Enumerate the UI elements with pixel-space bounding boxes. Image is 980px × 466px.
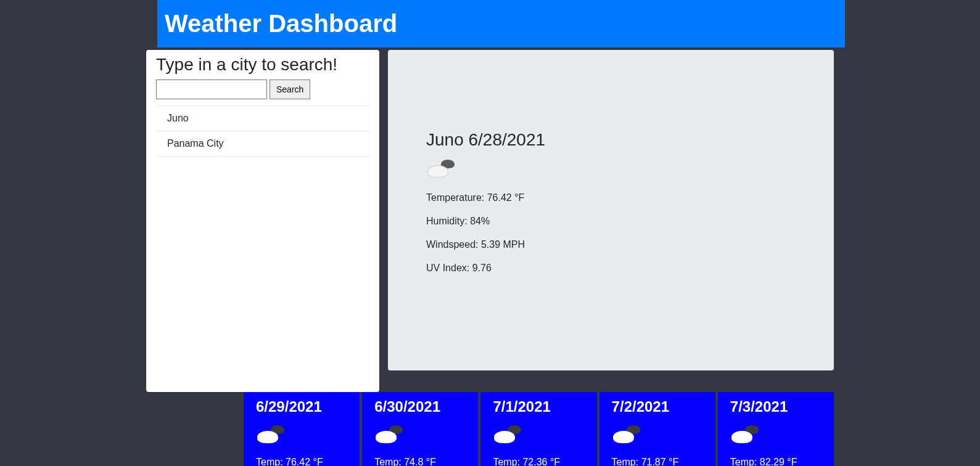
forecast-card: 7/1/2021 Temp: 72.36 °F Humidity: 88% <box>480 392 596 466</box>
current-weather-panel: Juno 6/28/2021 Temperature: 76.42 °F Hum… <box>388 50 834 370</box>
forecast-date: 7/2/2021 <box>612 398 703 415</box>
history-item-panama-city[interactable]: Panama City <box>156 131 369 157</box>
header-bar: Weather Dashboard <box>157 0 845 47</box>
search-heading: Type in a city to search! <box>156 55 369 75</box>
forecast-temp: Temp: 76.42 °F <box>256 457 347 466</box>
forecast-card: 7/3/2021 Temp: 82.29 °F Humidity: 66% <box>718 392 834 466</box>
search-history-list: Juno Panama City <box>156 106 369 157</box>
search-sidebar: Type in a city to search! Search Juno Pa… <box>146 50 379 392</box>
forecast-temp: Temp: 74.8 °F <box>374 457 466 466</box>
cloud-icon <box>612 424 643 446</box>
forecast-temp: Temp: 72.36 °F <box>493 457 584 466</box>
cloud-icon <box>730 424 761 446</box>
main-row: Type in a city to search! Search Juno Pa… <box>146 47 834 392</box>
current-windspeed: Windspeed: 5.39 MPH <box>426 239 796 250</box>
cloud-icon <box>493 424 524 446</box>
history-item-juno[interactable]: Juno <box>156 106 369 131</box>
forecast-card: 6/29/2021 Temp: 76.42 °F Humidity: 84% <box>244 392 360 466</box>
city-search-input[interactable] <box>156 80 267 99</box>
forecast-date: 7/3/2021 <box>730 398 821 415</box>
forecast-date: 6/30/2021 <box>374 398 466 415</box>
current-humidity: Humidity: 84% <box>426 216 796 227</box>
cloud-icon <box>426 158 457 180</box>
forecast-date: 7/1/2021 <box>493 398 584 415</box>
cloud-icon <box>256 424 287 446</box>
forecast-card: 7/2/2021 Temp: 71.87 °F Humidity: 86% <box>599 392 715 466</box>
cloud-icon <box>374 424 405 446</box>
page-title: Weather Dashboard <box>165 10 838 38</box>
forecast-row: 6/29/2021 Temp: 76.42 °F Humidity: 84% 6… <box>244 392 834 466</box>
current-temperature: Temperature: 76.42 °F <box>426 192 796 203</box>
current-uv-index: UV Index: 9.76 <box>426 263 796 274</box>
search-row: Search <box>156 80 369 106</box>
forecast-temp: Temp: 71.87 °F <box>612 457 703 466</box>
forecast-temp: Temp: 82.29 °F <box>730 457 821 466</box>
search-button[interactable]: Search <box>270 80 310 99</box>
forecast-card: 6/30/2021 Temp: 74.8 °F Humidity: 86% <box>362 392 478 466</box>
current-city-date: Juno 6/28/2021 <box>426 130 796 150</box>
app-container: Weather Dashboard Type in a city to sear… <box>146 0 834 466</box>
forecast-date: 6/29/2021 <box>256 398 347 415</box>
